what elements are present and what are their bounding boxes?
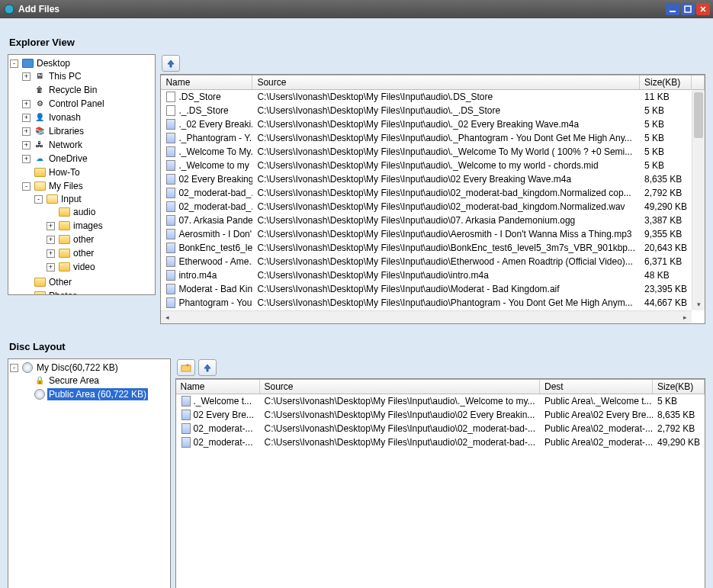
explorer-table-header[interactable]: Name Source Size(KB)	[161, 76, 705, 90]
expand-icon[interactable]: +	[22, 114, 31, 122]
col-name[interactable]: Name	[176, 380, 260, 394]
disc-file-row[interactable]: 02_moderat-...C:\Users\Ivonash\Desktop\M…	[176, 435, 705, 449]
tree-label[interactable]: other	[72, 247, 95, 259]
tree-node[interactable]: -My Disc(60,722 KB)	[10, 361, 169, 374]
collapse-icon[interactable]: -	[22, 182, 31, 191]
scroll-thumb[interactable]	[694, 92, 703, 138]
tree-node[interactable]: Other	[22, 276, 153, 288]
explorer-tree-panel[interactable]: -Desktop+This PCRecycle Bin+Control Pane…	[8, 54, 156, 295]
file-row[interactable]: 02 Every Breaking...C:\Users\Ivonash\Des…	[161, 172, 705, 186]
file-row[interactable]: Etherwood - Ame...C:\Users\Ivonash\Deskt…	[161, 255, 705, 268]
disc-tree-panel[interactable]: -My Disc(60,722 KB)Secure AreaPublic Are…	[8, 358, 171, 588]
scroll-left-icon[interactable]: ◂	[161, 311, 174, 324]
collapse-icon[interactable]: -	[10, 59, 18, 68]
file-row[interactable]: ._02 Every Breaki...C:\Users\Ivonash\Des…	[161, 117, 705, 131]
tree-label[interactable]: Photos	[47, 290, 79, 295]
tree-node[interactable]: -Desktop	[10, 57, 153, 69]
file-row[interactable]: ._Welcome To My...C:\Users\Ivonash\Deskt…	[161, 145, 705, 159]
expand-icon[interactable]: +	[22, 155, 31, 163]
tree-label[interactable]: Input	[59, 193, 83, 205]
expand-icon[interactable]: +	[22, 72, 31, 81]
disc-file-row[interactable]: 02_moderat-...C:\Users\Ivonash\Desktop\M…	[176, 422, 705, 435]
tree-node[interactable]: +other	[47, 247, 153, 259]
tree-node[interactable]: +Network	[22, 139, 153, 151]
tree-node[interactable]: +Control Panel	[22, 98, 153, 110]
tree-label[interactable]: Control Panel	[47, 98, 106, 110]
col-name[interactable]: Name	[161, 76, 252, 89]
tree-label[interactable]: Libraries	[47, 125, 85, 137]
tree-label[interactable]: Secure Area	[47, 374, 101, 387]
file-row[interactable]: Phantogram - You...C:\Users\Ivonash\Desk…	[161, 296, 705, 310]
file-row[interactable]: .DS_StoreC:\Users\Ivonash\Desktop\My Fil…	[161, 90, 705, 104]
tree-node[interactable]: +video	[47, 261, 153, 273]
col-dest[interactable]: Dest	[540, 380, 653, 394]
maximize-button[interactable]	[681, 3, 695, 15]
collapse-icon[interactable]: -	[34, 195, 43, 204]
titlebar[interactable]: Add Files	[0, 0, 713, 18]
tree-node[interactable]: Photos	[22, 290, 153, 295]
collapse-icon[interactable]: -	[10, 364, 18, 372]
expand-icon[interactable]: +	[22, 100, 31, 108]
close-button[interactable]	[696, 3, 710, 15]
col-size[interactable]: Size(KB)	[653, 380, 705, 394]
tree-label[interactable]: audio	[72, 206, 97, 218]
expand-icon[interactable]: +	[22, 141, 31, 149]
tree-node[interactable]: +This PC	[22, 70, 153, 82]
disc-file-row[interactable]: ._Welcome t...C:\Users\Ivonash\Desktop\M…	[176, 394, 705, 408]
tree-node[interactable]: audio	[47, 206, 153, 218]
expand-icon[interactable]: +	[47, 236, 55, 244]
minimize-button[interactable]	[666, 3, 679, 15]
tree-label[interactable]: Recycle Bin	[47, 84, 98, 96]
file-row[interactable]: 07. Arkasia Pande...C:\Users\Ivonash\Des…	[161, 214, 705, 227]
up-folder-button[interactable]	[162, 55, 180, 72]
tree-node[interactable]: How-To	[22, 166, 153, 178]
file-row[interactable]: Aerosmith - I Don'...C:\Users\Ivonash\De…	[161, 227, 705, 241]
disc-files-panel[interactable]: Name Source Dest Size(KB) ._Welcome t...…	[175, 378, 706, 588]
tree-label[interactable]: video	[72, 261, 97, 273]
scroll-down-icon[interactable]: ▾	[692, 297, 705, 310]
tree-label[interactable]: Desktop	[35, 57, 72, 69]
tree-label[interactable]: How-To	[47, 166, 82, 178]
tree-node[interactable]: -My Files	[22, 180, 153, 192]
file-row[interactable]: 02_moderat-bad_...C:\Users\Ivonash\Deskt…	[161, 200, 705, 214]
horizontal-scrollbar[interactable]: ◂ ▸	[161, 310, 692, 323]
scroll-right-icon[interactable]: ▸	[679, 311, 692, 324]
disc-table-header[interactable]: Name Source Dest Size(KB)	[176, 380, 705, 394]
expand-icon[interactable]: +	[22, 127, 31, 136]
tree-label[interactable]: other	[72, 233, 95, 246]
tree-node[interactable]: Public Area (60,722 KB)	[22, 388, 169, 400]
tree-node[interactable]: +other	[47, 233, 153, 246]
tree-label[interactable]: Ivonash	[47, 111, 82, 124]
tree-node[interactable]: +Ivonash	[22, 111, 153, 124]
file-row[interactable]: ._.DS_StoreC:\Users\Ivonash\Desktop\My F…	[161, 104, 705, 117]
new-folder-button[interactable]	[177, 359, 195, 376]
tree-node[interactable]: -Input	[34, 193, 153, 205]
col-size[interactable]: Size(KB)	[640, 76, 692, 89]
tree-label[interactable]: OneDrive	[47, 153, 89, 165]
tree-label[interactable]: Network	[47, 139, 84, 151]
file-row[interactable]: ._Phantogram - Y...C:\Users\Ivonash\Desk…	[161, 131, 705, 145]
file-row[interactable]: Moderat - Bad Kin...C:\Users\Ivonash\Des…	[161, 282, 705, 296]
tree-label[interactable]: This PC	[47, 70, 83, 82]
file-row[interactable]: BonkEnc_test6_le...C:\Users\Ivonash\Desk…	[161, 241, 705, 255]
disc-file-row[interactable]: 02 Every Bre...C:\Users\Ivonash\Desktop\…	[176, 408, 705, 422]
tree-label[interactable]: My Disc(60,722 KB)	[35, 361, 120, 374]
tree-label[interactable]: My Files	[47, 180, 85, 192]
vertical-scrollbar[interactable]: ▴ ▾	[692, 91, 705, 310]
tree-node[interactable]: +OneDrive	[22, 153, 153, 165]
tree-node[interactable]: Secure Area	[22, 374, 169, 387]
tree-label[interactable]: Other	[47, 276, 73, 288]
tree-node[interactable]: Recycle Bin	[22, 84, 153, 96]
expand-icon[interactable]: +	[47, 249, 55, 258]
tree-label[interactable]: images	[72, 220, 104, 232]
file-row[interactable]: intro.m4aC:\Users\Ivonash\Desktop\My Fil…	[161, 268, 705, 282]
tree-node[interactable]: +Libraries	[22, 125, 153, 137]
expand-icon[interactable]: +	[47, 222, 55, 230]
col-source[interactable]: Source	[260, 380, 541, 394]
tree-node[interactable]: +images	[47, 220, 153, 232]
explorer-files-panel[interactable]: Name Source Size(KB) .DS_StoreC:\Users\I…	[160, 74, 705, 324]
expand-icon[interactable]: +	[47, 263, 55, 272]
disc-up-button[interactable]	[198, 359, 217, 376]
file-row[interactable]: ._Welcome to my ...C:\Users\Ivonash\Desk…	[161, 159, 705, 172]
file-row[interactable]: 02_moderat-bad_...C:\Users\Ivonash\Deskt…	[161, 186, 705, 200]
